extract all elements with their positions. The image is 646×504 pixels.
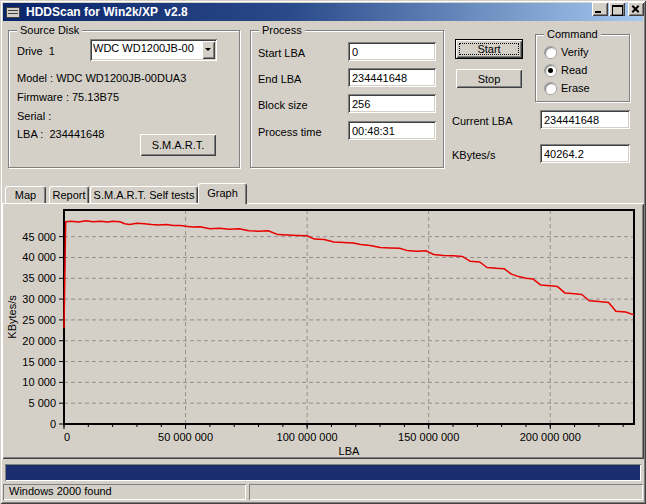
drive-select[interactable]: WDC WD1200JB-00 xyxy=(90,39,217,61)
erase-radio[interactable]: Erase xyxy=(545,81,590,95)
verify-radio-label: Verify xyxy=(561,45,589,59)
status-bar-right xyxy=(249,484,643,500)
svg-text:150 000 000: 150 000 000 xyxy=(398,431,459,443)
read-radio[interactable]: Read xyxy=(545,63,587,77)
title-bar: HDDScan for Win2k/XP v2.8 xyxy=(3,3,643,21)
svg-text:20 000: 20 000 xyxy=(22,335,56,347)
stop-button[interactable]: Stop xyxy=(456,69,522,88)
close-icon[interactable] xyxy=(628,2,644,16)
svg-text:40 000: 40 000 xyxy=(22,251,56,263)
radio-icon xyxy=(545,83,556,94)
current-lba-label: Current LBA xyxy=(452,114,513,128)
svg-text:25 000: 25 000 xyxy=(22,314,56,326)
verify-radio[interactable]: Verify xyxy=(545,45,589,59)
svg-text:LBA: LBA xyxy=(339,445,360,457)
block-size-label: Block size xyxy=(258,98,308,112)
model-text: Model : WDC WD1200JB-00DUA3 xyxy=(17,71,186,85)
app-window: HDDScan for Win2k/XP v2.8 Source Disk Dr… xyxy=(0,0,646,504)
kbytes-input[interactable] xyxy=(540,144,630,163)
stop-button-label: Stop xyxy=(478,73,501,85)
graph-tab-panel: 05 00010 00015 00020 00025 00030 00035 0… xyxy=(2,203,644,459)
firmware-text: Firmware : 75.13B75 xyxy=(17,90,119,104)
transfer-rate-chart: 05 00010 00015 00020 00025 00030 00035 0… xyxy=(2,203,644,459)
tab-map[interactable]: Map xyxy=(5,186,46,203)
start-lba-input[interactable] xyxy=(348,42,436,61)
dropdown-arrow-icon[interactable] xyxy=(202,41,215,59)
svg-text:0: 0 xyxy=(50,418,56,430)
caption-buttons xyxy=(592,2,644,16)
radio-icon xyxy=(545,65,556,76)
command-group-label: Command xyxy=(544,28,601,40)
smart-button-label: S.M.A.R.T. xyxy=(152,139,205,151)
lba-text: LBA : 234441648 xyxy=(17,127,104,141)
start-button[interactable]: Start xyxy=(455,39,523,59)
status-bar-left: Windows 2000 found xyxy=(3,484,246,500)
tab-report[interactable]: Report xyxy=(49,186,89,203)
tab-smart-self-tests[interactable]: S.M.A.R.T. Self tests xyxy=(90,186,198,203)
smart-button[interactable]: S.M.A.R.T. xyxy=(140,134,216,156)
svg-text:0: 0 xyxy=(64,431,70,443)
window-title: HDDScan for Win2k/XP v2.8 xyxy=(26,5,188,19)
svg-text:30 000: 30 000 xyxy=(22,293,56,305)
maximize-icon[interactable] xyxy=(609,2,625,16)
current-lba-input[interactable] xyxy=(540,110,630,129)
process-time-input[interactable] xyxy=(348,121,436,140)
erase-radio-label: Erase xyxy=(561,81,590,95)
system-menu-icon[interactable] xyxy=(6,7,20,18)
svg-text:100 000 000: 100 000 000 xyxy=(277,431,338,443)
svg-text:5 000: 5 000 xyxy=(28,397,56,409)
progress-bar-fill xyxy=(6,465,640,480)
svg-text:50 000 000: 50 000 000 xyxy=(158,431,213,443)
block-size-input[interactable] xyxy=(348,94,436,113)
start-lba-label: Start LBA xyxy=(258,46,305,60)
svg-text:KBytes/s: KBytes/s xyxy=(6,295,18,339)
minimize-icon[interactable] xyxy=(592,2,608,16)
start-button-label: Start xyxy=(477,43,500,55)
drive-select-value: WDC WD1200JB-00 xyxy=(90,39,200,61)
process-time-label: Process time xyxy=(258,125,322,139)
svg-text:35 000: 35 000 xyxy=(22,272,56,284)
svg-text:10 000: 10 000 xyxy=(22,376,56,388)
kbytes-label: KBytes/s xyxy=(452,148,495,162)
read-radio-label: Read xyxy=(561,63,587,77)
svg-text:45 000: 45 000 xyxy=(22,231,56,243)
end-lba-label: End LBA xyxy=(258,72,301,86)
tab-graph[interactable]: Graph xyxy=(198,183,247,204)
drive-label: Drive 1 xyxy=(17,44,55,58)
end-lba-input[interactable] xyxy=(348,68,436,87)
radio-icon xyxy=(545,47,556,58)
svg-text:15 000: 15 000 xyxy=(22,356,56,368)
source-disk-group-label: Source Disk xyxy=(17,24,82,36)
progress-bar xyxy=(5,464,641,481)
svg-text:200 000 000: 200 000 000 xyxy=(520,431,581,443)
process-group-label: Process xyxy=(259,24,305,36)
serial-text: Serial : xyxy=(17,109,51,123)
